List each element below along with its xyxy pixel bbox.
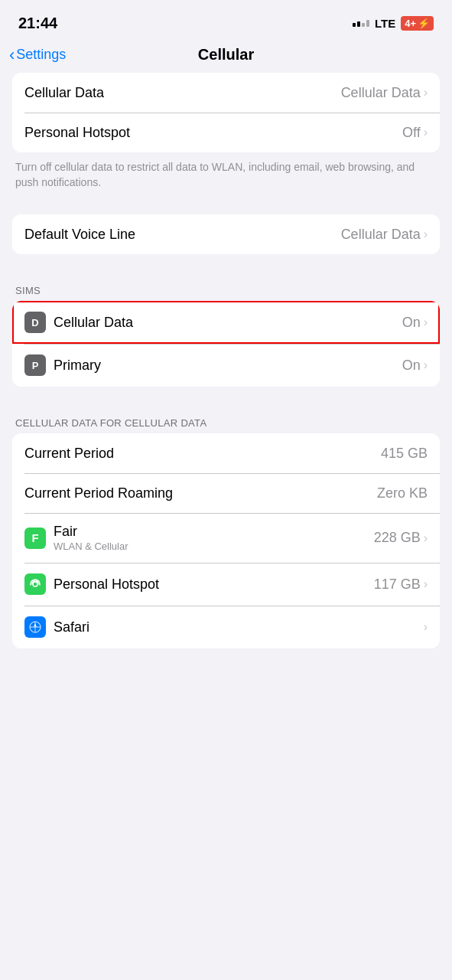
sim-primary-label: Primary xyxy=(54,358,101,374)
cellular-data-for-label: CELLULAR DATA FOR CELLULAR DATA xyxy=(0,413,452,433)
current-period-value: 415 GB xyxy=(381,446,428,462)
battery-value: 4+ xyxy=(405,18,416,29)
top-card: Cellular Data Cellular Data › Personal H… xyxy=(12,73,440,152)
personal-hotspot-label: Personal Hotspot xyxy=(24,125,130,141)
current-period-roaming-value: Zero KB xyxy=(377,485,428,501)
fair-label: Fair xyxy=(54,524,128,540)
battery-icon: 4+ ⚡ xyxy=(401,16,434,31)
helper-text: Turn off cellular data to restrict all d… xyxy=(0,152,452,190)
back-button[interactable]: ‹ Settings xyxy=(9,47,66,64)
default-voice-line-row[interactable]: Default Voice Line Cellular Data › xyxy=(12,214,440,254)
sims-section-label: SIMs xyxy=(0,280,452,301)
personal-hotspot-value: Off xyxy=(402,125,421,141)
personal-hotspot2-row[interactable]: Personal Hotspot 117 GB › xyxy=(12,563,440,606)
charging-icon: ⚡ xyxy=(418,18,430,29)
back-chevron-icon: ‹ xyxy=(9,47,15,64)
default-voice-line-value: Cellular Data xyxy=(341,227,421,243)
sim-cellular-data-row[interactable]: D Cellular Data On › xyxy=(12,301,440,344)
current-period-roaming-row[interactable]: Current Period Roaming Zero KB xyxy=(12,473,440,513)
sim-cellular-data-label: Cellular Data xyxy=(54,315,133,331)
cellular-data-row[interactable]: Cellular Data Cellular Data › xyxy=(12,73,440,113)
voice-line-card: Default Voice Line Cellular Data › xyxy=(12,214,440,254)
safari-chevron-icon: › xyxy=(424,620,428,634)
cellular-data-chevron-icon: › xyxy=(424,86,428,100)
current-period-label: Current Period xyxy=(24,446,114,462)
default-voice-line-label: Default Voice Line xyxy=(24,227,135,243)
sim-primary-chevron-icon: › xyxy=(424,358,428,372)
sim-cellular-data-chevron-icon: › xyxy=(424,315,428,329)
settings-content: Cellular Data Cellular Data › Personal H… xyxy=(0,73,452,664)
safari-label: Safari xyxy=(54,619,89,635)
personal-hotspot-row[interactable]: Personal Hotspot Off › xyxy=(12,113,440,152)
current-period-roaming-label: Current Period Roaming xyxy=(24,485,173,501)
status-time: 21:44 xyxy=(18,15,57,32)
page-title: Cellular xyxy=(198,46,254,64)
safari-row[interactable]: Safari › xyxy=(12,606,440,648)
sim-cellular-data-value: On xyxy=(402,315,421,331)
hotspot-app-icon xyxy=(24,573,46,595)
fair-app-icon: F xyxy=(24,528,46,549)
sim-p-icon: P xyxy=(24,354,46,376)
fair-value: 228 GB xyxy=(374,530,421,546)
fair-row[interactable]: F Fair WLAN & Cellular 228 GB › xyxy=(12,513,440,563)
sim-primary-row[interactable]: P Primary On › xyxy=(12,344,440,387)
lte-label: LTE xyxy=(375,17,395,30)
svg-point-0 xyxy=(33,582,37,586)
fair-chevron-icon: › xyxy=(424,531,428,545)
current-period-row[interactable]: Current Period 415 GB xyxy=(12,433,440,473)
sim-primary-value: On xyxy=(402,358,421,374)
safari-app-icon xyxy=(24,616,46,638)
status-bar: 21:44 LTE 4+ ⚡ xyxy=(0,0,452,40)
signal-icon xyxy=(353,20,369,27)
personal-hotspot2-label: Personal Hotspot xyxy=(54,577,159,593)
cellular-data-for-card: Current Period 415 GB Current Period Roa… xyxy=(12,433,440,648)
nav-header: ‹ Settings Cellular xyxy=(0,40,452,73)
personal-hotspot-chevron-icon: › xyxy=(424,126,428,139)
sims-card: D Cellular Data On › P Primary On › xyxy=(12,301,440,387)
sim-d-icon: D xyxy=(24,312,46,333)
cellular-data-label: Cellular Data xyxy=(24,85,104,101)
cellular-data-value: Cellular Data xyxy=(341,85,421,101)
default-voice-line-chevron-icon: › xyxy=(424,227,428,241)
back-label: Settings xyxy=(16,47,66,63)
personal-hotspot2-chevron-icon: › xyxy=(424,577,428,591)
fair-subtitle: WLAN & Cellular xyxy=(54,541,128,552)
status-icons: LTE 4+ ⚡ xyxy=(353,16,434,31)
personal-hotspot2-value: 117 GB xyxy=(374,577,421,593)
